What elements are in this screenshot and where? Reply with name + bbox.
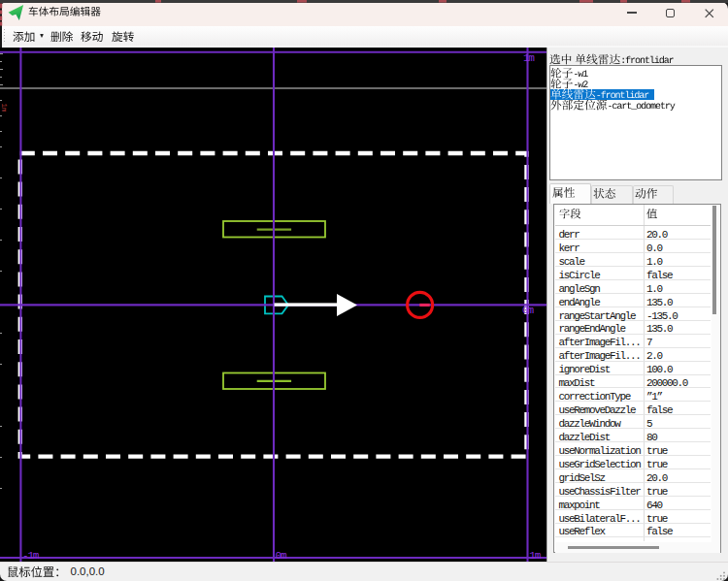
svg-text:1m: 1m <box>529 549 541 561</box>
svg-text:1m: 1m <box>523 51 535 63</box>
svg-text:-1m: -1m <box>22 549 40 561</box>
svg-text:1m: 1m <box>0 103 8 113</box>
svg-text:0m: 0m <box>276 549 287 561</box>
svg-text:0m: 0m <box>522 304 534 315</box>
